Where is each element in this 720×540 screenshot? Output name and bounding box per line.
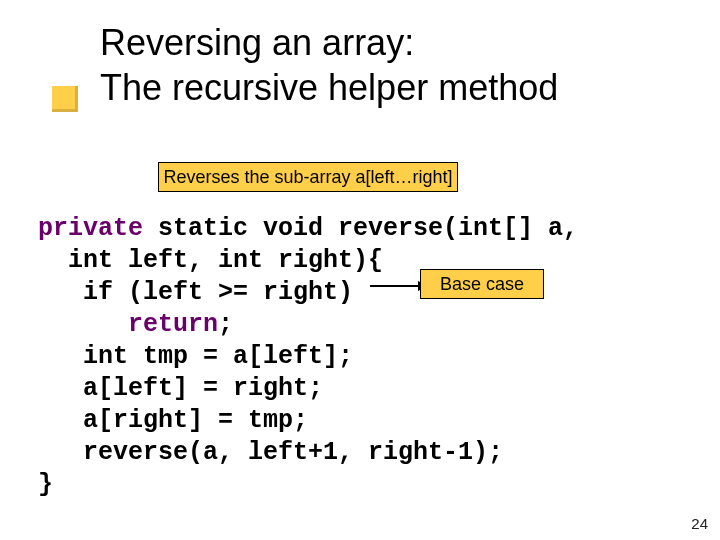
caption-subarray: Reverses the sub-array a[left…right]: [158, 162, 458, 192]
code-block: private static void reverse(int[] a, int…: [38, 213, 578, 501]
caption-basecase: Base case: [420, 269, 544, 299]
title-line2: The recursive helper method: [100, 67, 558, 108]
slide-title: Reversing an array: The recursive helper…: [100, 20, 558, 110]
caption-basecase-text: Base case: [440, 274, 524, 295]
code-l1: static void reverse(int[] a,: [143, 214, 578, 243]
caption-subarray-text: Reverses the sub-array a[left…right]: [163, 167, 452, 188]
code-l2: int left, int right){: [38, 246, 383, 275]
code-l5: int tmp = a[left];: [38, 342, 353, 371]
code-l9: }: [38, 470, 53, 499]
code-l3: if (left >= right): [38, 278, 353, 307]
code-l8: reverse(a, left+1, right-1);: [38, 438, 503, 467]
keyword-private: private: [38, 214, 143, 243]
title-bullet: [52, 86, 78, 112]
page-number: 24: [691, 515, 708, 532]
code-l7: a[right] = tmp;: [38, 406, 308, 435]
code-l4-rest: ;: [218, 310, 233, 339]
title-line1: Reversing an array:: [100, 22, 414, 63]
keyword-return: return: [128, 310, 218, 339]
code-l6: a[left] = right;: [38, 374, 323, 403]
